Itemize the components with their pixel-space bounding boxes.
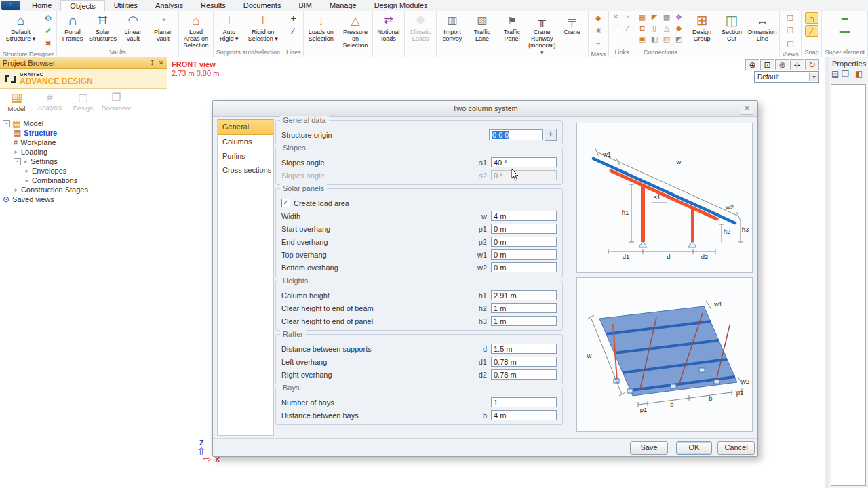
field-clear-height-to-end-of-panel-input[interactable] <box>491 316 557 326</box>
ribbon-settings-gear[interactable]: ⚙ <box>41 12 55 24</box>
tree-item-settings[interactable]: -►Settings <box>0 157 167 166</box>
ribbon-corner-connection[interactable]: ◤ <box>648 12 661 23</box>
ribbon-solar-structures[interactable]: ĦSolar Structures <box>87 12 118 43</box>
ribbon-validate[interactable]: ✔ <box>41 25 55 37</box>
copy-properties-icon[interactable]: ❐ <box>842 70 849 78</box>
ribbon-loads-on-selection[interactable]: ↓Loads on Selection <box>304 12 337 43</box>
ribbon-section-cut[interactable]: ◫Section Cut <box>717 12 747 43</box>
ribbon-view-copy[interactable]: ❐ <box>783 25 797 37</box>
ribbon-mass-weight[interactable]: ◆ <box>591 12 605 24</box>
tree-collapse-arrow-icon[interactable]: ► <box>14 187 19 193</box>
ribbon-line[interactable]: ∕ <box>287 25 300 37</box>
ribbon-crane-runway-monorail[interactable]: ╥Crane Runway (monorail) ▾ <box>527 12 557 56</box>
ribbon-moment-connection[interactable]: ▤ <box>660 33 673 45</box>
tree-item-structure[interactable]: ▦Structure <box>0 128 167 138</box>
tree-item-workplane[interactable]: #Workplane <box>0 138 167 147</box>
tree-expand-icon[interactable]: - <box>3 120 10 127</box>
ribbon-base-plate[interactable]: ◘ <box>635 22 649 34</box>
pin-icon[interactable]: ↧ <box>149 59 155 66</box>
ribbon-view-page[interactable]: ❏ <box>783 12 797 24</box>
field-distance-between-bays-input[interactable] <box>491 410 557 420</box>
field-start-overhang-input[interactable] <box>491 224 557 234</box>
ribbon-delete[interactable]: ✖ <box>41 38 55 49</box>
field-end-overhang-input[interactable] <box>491 237 557 247</box>
tree-item-saved-views[interactable]: ⊙Saved views <box>0 195 167 204</box>
field-distance-between-supports-input[interactable] <box>491 344 557 354</box>
app-logo-button[interactable]: ∴ <box>1 1 20 10</box>
dialog-tab-general[interactable]: General <box>218 119 273 135</box>
ribbon-seat-connection[interactable]: ◧ <box>648 33 661 45</box>
field-clear-height-to-end-of-beam-input[interactable] <box>491 303 557 313</box>
dialog-titlebar[interactable]: Two column system ✕ <box>213 101 757 117</box>
ribbon-multi-connection[interactable]: ❖ <box>672 12 686 23</box>
ribbon-break-link[interactable]: ✕ <box>609 12 623 23</box>
ribbon-default-structure[interactable]: ⌂Default Structure ▾ <box>1 12 41 43</box>
field-width-input[interactable] <box>491 211 557 221</box>
create-load-area-checkbox[interactable]: ✓ <box>281 199 290 207</box>
field-slopes-angle-input[interactable] <box>491 157 557 167</box>
cancel-button[interactable]: Cancel <box>717 441 755 455</box>
save-properties-icon[interactable]: ▤ <box>831 70 839 78</box>
ribbon-auto-rigid[interactable]: ⊥Auto Rigid ▾ <box>214 12 244 43</box>
properties-body[interactable] <box>831 84 866 486</box>
browser-mode-analysis[interactable]: #Analysis <box>33 89 66 115</box>
menu-tab-results[interactable]: Results <box>192 0 235 11</box>
ribbon-crane[interactable]: ╤Crane <box>557 12 587 36</box>
menu-tab-design-modules[interactable]: Design Modules <box>366 0 437 11</box>
view-tool-orbit[interactable]: ↻ <box>805 59 819 70</box>
apply-properties-icon[interactable]: ◧ <box>855 70 863 78</box>
ribbon-end-plate[interactable]: ▯ <box>648 22 661 34</box>
ribbon-linear-vault[interactable]: ◠Linear Vault <box>118 12 148 43</box>
ribbon-planar-vault[interactable]: ◔Planar Vault <box>148 12 178 43</box>
menu-tab-manage[interactable]: Manage <box>321 0 366 11</box>
ribbon-pressure-on-selection[interactable]: △Pressure on Selection <box>339 12 372 49</box>
tree-collapse-arrow-icon[interactable]: ► <box>24 168 30 174</box>
field-right-overhang-input[interactable] <box>491 369 557 380</box>
view-preset-combobox[interactable]: Default ▼ <box>754 71 819 83</box>
ribbon-snap-line[interactable]: ∕ <box>805 25 818 37</box>
tree-item-combinations[interactable]: ►Combinations <box>0 176 167 185</box>
dialog-tab-columns[interactable]: Columns <box>218 135 273 149</box>
ribbon-load-areas-on-selection[interactable]: ⌂Load Areas on Selection <box>180 12 212 49</box>
ribbon-rigid-on-selection[interactable]: ⊥Rigid on Selection ▾ <box>244 12 282 43</box>
tree-item-model[interactable]: -▦Model <box>0 119 167 128</box>
ribbon-rigid-link[interactable]: ∕ <box>621 22 635 34</box>
ok-button[interactable]: OK <box>676 441 712 455</box>
ribbon-mass-damper[interactable]: ≈ <box>591 38 605 49</box>
dialog-close-icon[interactable]: ✕ <box>741 104 753 115</box>
save-button[interactable]: Save <box>630 441 668 455</box>
menu-tab-utilities[interactable]: Utilities <box>105 0 146 11</box>
ribbon-mass-group[interactable]: ✳ <box>591 25 605 37</box>
field-top-overhang-input[interactable] <box>491 249 557 260</box>
ribbon-apex-connection[interactable]: △ <box>660 22 673 34</box>
view-tool-pan[interactable]: ⊹ <box>790 59 804 70</box>
ribbon-dimension-line[interactable]: ↔Dimension Line <box>747 12 778 43</box>
ribbon-point[interactable]: + <box>287 12 300 24</box>
ribbon-super-element[interactable]: ▬ <box>838 12 852 24</box>
menu-tab-home[interactable]: Home <box>23 0 60 11</box>
chevron-down-icon[interactable]: ▼ <box>809 73 818 81</box>
view-tool-zoom-selection[interactable]: ⊡ <box>760 59 774 70</box>
dialog-tab-purlins[interactable]: Purlins <box>218 149 273 163</box>
tree-collapse-arrow-icon[interactable]: ► <box>24 178 30 184</box>
menu-tab-documents[interactable]: Documents <box>235 0 290 11</box>
tree-item-construction-stages[interactable]: ►Construction Stages <box>0 185 167 195</box>
tree-item-loading[interactable]: ►Loading <box>0 147 167 157</box>
ribbon-notional-loads[interactable]: ⇄Notional loads <box>374 12 403 43</box>
ribbon-bolted-connection[interactable]: ▦ <box>635 12 649 23</box>
browser-mode-model[interactable]: ▦Model <box>0 89 33 115</box>
field-bottom-overhang-input[interactable] <box>491 262 557 272</box>
tree-expand-icon[interactable]: - <box>14 158 21 165</box>
ribbon-design-group[interactable]: ⊞Design Group <box>687 12 717 43</box>
view-tool-zoom-extents[interactable]: ⊛ <box>775 59 789 70</box>
ribbon-shear-connection[interactable]: ◩ <box>672 33 686 45</box>
ribbon-import-convoy[interactable]: ▥Import convoy <box>437 12 467 43</box>
menu-tab-analysis[interactable]: Analysis <box>146 0 192 11</box>
ribbon-remove-link[interactable]: ✕ <box>621 12 635 23</box>
tree-collapse-arrow-icon[interactable]: ► <box>14 149 19 155</box>
view-tool-zoom-in[interactable]: ⊕ <box>745 59 760 70</box>
ribbon-traffic-panel[interactable]: ⚑Traffic Panel <box>497 12 527 43</box>
ribbon-view-frame[interactable]: ▢ <box>783 38 797 49</box>
field-left-overhang-input[interactable] <box>491 357 557 367</box>
ribbon-weld-connection[interactable]: ▣ <box>635 33 649 45</box>
